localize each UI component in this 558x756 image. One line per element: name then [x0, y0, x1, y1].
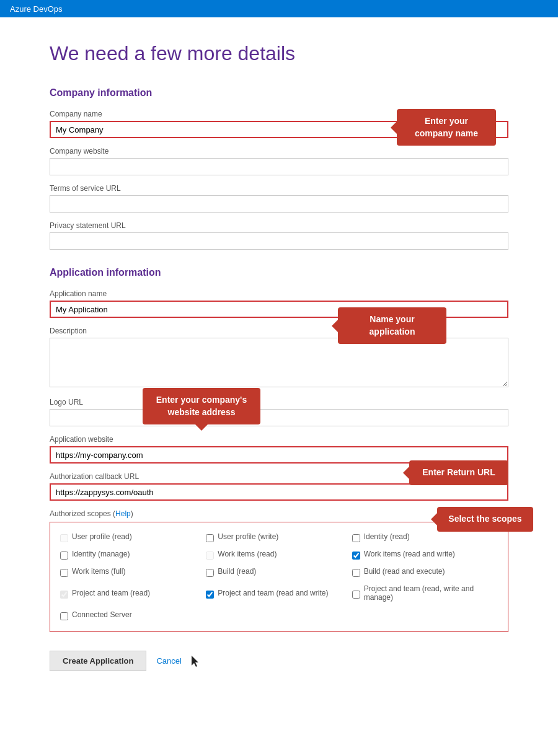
description-input[interactable]: [50, 338, 508, 387]
logo-url-group: Logo URL: [50, 398, 508, 426]
scope-item-s4[interactable]: Identity (manage): [60, 550, 206, 561]
scope-checkbox-s3[interactable]: [352, 534, 360, 542]
scope-checkbox-s5: [206, 552, 214, 560]
callback-url-input[interactable]: [50, 483, 508, 501]
scope-checkbox-s6[interactable]: [352, 552, 360, 560]
scope-item-s10: Project and team (read): [60, 584, 206, 604]
scope-checkbox-s12[interactable]: [352, 591, 360, 599]
scopes-box: User profile (read)User profile (write)I…: [50, 522, 508, 632]
scope-item-s8[interactable]: Build (read): [206, 567, 352, 578]
company-section-title: Company information: [50, 87, 508, 99]
scope-checkbox-s8[interactable]: [206, 569, 214, 577]
page-heading: We need a few more details: [50, 42, 508, 65]
app-name-label: Application name: [50, 289, 508, 298]
app-website-label: Application website: [50, 435, 508, 444]
logo-url-input[interactable]: [50, 409, 508, 426]
scope-label-s9: Build (read and execute): [364, 567, 445, 576]
cancel-button[interactable]: Cancel: [156, 656, 181, 666]
scope-checkbox-s10: [60, 591, 68, 599]
create-application-button[interactable]: Create Application: [50, 651, 146, 671]
company-website-group: Company website: [50, 147, 508, 175]
scope-item-s6[interactable]: Work items (read and write): [352, 550, 498, 561]
terms-url-input[interactable]: [50, 195, 508, 213]
company-website-label: Company website: [50, 147, 508, 156]
callout-scopes: Select the scopes: [437, 507, 533, 532]
scope-label-s10: Project and team (read): [72, 589, 150, 597]
callout-website: Enter your company's website address: [143, 388, 260, 424]
scope-label-s8: Build (read): [218, 567, 256, 576]
company-website-input[interactable]: [50, 158, 508, 175]
application-section-title: Application information: [50, 267, 508, 278]
terms-url-label: Terms of service URL: [50, 184, 508, 193]
scope-item-s5: Work items (read): [206, 550, 352, 561]
scope-item-s2[interactable]: User profile (write): [206, 532, 352, 543]
callout-company-name: Enter your company name: [397, 109, 496, 146]
privacy-url-input[interactable]: [50, 232, 508, 250]
callout-app-name: Name your application: [338, 307, 446, 344]
topbar: Azure DevOps: [0, 0, 558, 17]
scope-checkbox-s1: [60, 534, 68, 542]
scope-checkbox-s9[interactable]: [352, 569, 360, 577]
scope-item-s12[interactable]: Project and team (read, write and manage…: [352, 584, 498, 604]
privacy-url-label: Privacy statement URL: [50, 221, 508, 230]
scope-item-s7[interactable]: Work items (full): [60, 567, 206, 578]
privacy-url-group: Privacy statement URL: [50, 221, 508, 250]
app-website-group: Application website: [50, 435, 508, 464]
logo-url-label: Logo URL: [50, 398, 508, 407]
scope-label-s6: Work items (read and write): [364, 550, 455, 558]
scope-label-s5: Work items (read): [218, 550, 277, 558]
scope-checkbox-s2[interactable]: [206, 534, 214, 542]
scope-label-s3: Identity (read): [364, 532, 410, 541]
cursor-icon: [192, 656, 199, 667]
scope-item-s1: User profile (read): [60, 532, 206, 543]
topbar-title: Azure DevOps: [10, 4, 63, 14]
scope-label-s13: Connected Server: [72, 610, 132, 619]
scope-checkbox-s13[interactable]: [60, 612, 68, 620]
scope-label-s11: Project and team (read and write): [218, 589, 328, 597]
button-row: Create Application Cancel: [50, 651, 508, 671]
scopes-grid: User profile (read)User profile (write)I…: [60, 532, 498, 622]
scope-checkbox-s7[interactable]: [60, 569, 68, 577]
scopes-help-link[interactable]: Help: [115, 509, 131, 518]
scope-label-s2: User profile (write): [218, 532, 278, 541]
terms-url-group: Terms of service URL: [50, 184, 508, 213]
scope-checkbox-s4[interactable]: [60, 552, 68, 560]
scope-checkbox-s11[interactable]: [206, 591, 214, 599]
scope-item-s3[interactable]: Identity (read): [352, 532, 498, 543]
scope-label-s1: User profile (read): [72, 532, 132, 541]
scope-label-s12: Project and team (read, write and manage…: [364, 584, 498, 602]
scope-label-s4: Identity (manage): [72, 550, 130, 558]
scope-item-s11[interactable]: Project and team (read and write): [206, 584, 352, 604]
scope-label-s7: Work items (full): [72, 567, 125, 576]
scope-item-s9[interactable]: Build (read and execute): [352, 567, 498, 578]
callout-return-url: Enter Return URL: [409, 460, 508, 485]
scope-item-s13[interactable]: Connected Server: [60, 610, 206, 622]
